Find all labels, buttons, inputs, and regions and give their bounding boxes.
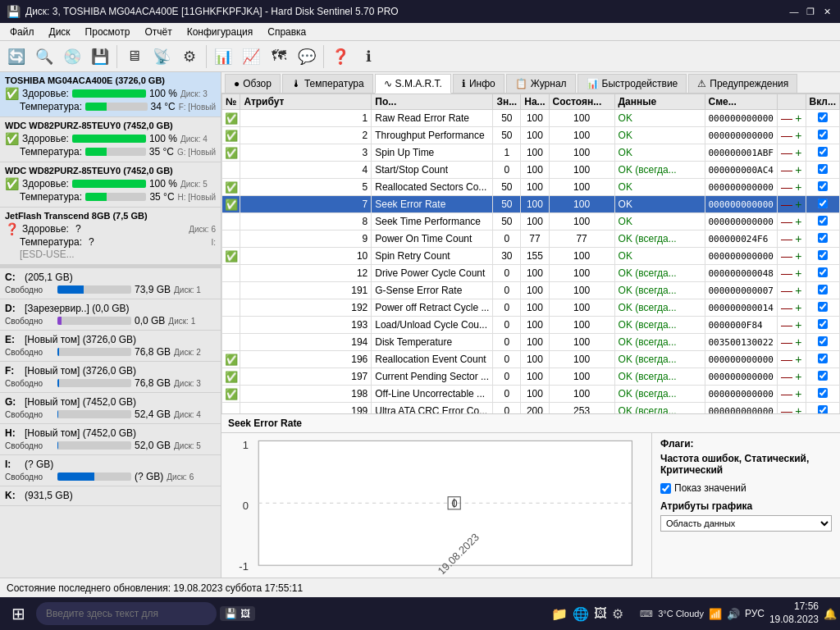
smart-table-row[interactable]: ● 191 G-Sense Error Rate 0 100 100 OK (в…	[222, 282, 840, 299]
plus-icon[interactable]: +	[795, 215, 801, 228]
plus-icon[interactable]: +	[795, 232, 801, 245]
row-checkbox[interactable]	[818, 319, 828, 329]
taskbar-clock[interactable]: 17:56 19.08.2023	[769, 600, 819, 626]
smart-table-row[interactable]: ● 12 Drive Power Cycle Count 0 100 100 O…	[222, 265, 840, 282]
taskbar-search[interactable]	[36, 602, 217, 625]
toolbar-disk[interactable]: 💿	[59, 43, 85, 70]
minus-icon[interactable]: —	[781, 336, 792, 349]
toolbar-btn2[interactable]: 📡	[148, 43, 175, 70]
menu-config[interactable]: Конфигурация	[180, 25, 260, 39]
menu-file[interactable]: Файл	[3, 25, 41, 39]
plus-icon[interactable]: +	[795, 370, 801, 383]
minus-icon[interactable]: —	[781, 353, 792, 366]
row-checkbox[interactable]	[818, 405, 828, 414]
tab-journal[interactable]: 📋 Журнал	[506, 74, 576, 93]
plus-icon[interactable]: +	[795, 249, 801, 262]
row-checkbox[interactable]	[818, 250, 828, 260]
smart-table-container[interactable]: № Атрибут По... Зн... На... Состоян... Д…	[221, 94, 840, 413]
toolbar-refresh[interactable]: 🔄	[3, 43, 30, 70]
plus-icon[interactable]: +	[795, 404, 801, 413]
row-checkbox[interactable]	[818, 354, 828, 363]
plus-icon[interactable]: +	[795, 284, 801, 297]
row-checkbox[interactable]	[818, 199, 828, 208]
minus-icon[interactable]: —	[781, 387, 792, 400]
smart-table-row[interactable]: ● 193 Load/Unload Cycle Cou... 0 100 100…	[222, 317, 840, 334]
toolbar-btn4[interactable]: 📊	[210, 43, 236, 70]
smart-table-row[interactable]: ● 194 Disk Temperature 0 100 100 OK (все…	[222, 334, 840, 351]
plus-icon[interactable]: +	[795, 129, 801, 142]
start-button[interactable]: ⊞	[3, 599, 33, 628]
plus-icon[interactable]: +	[795, 387, 801, 400]
smart-table-row[interactable]: ✅ 1 Raw Read Error Rate 50 100 100 OK 00…	[222, 110, 840, 127]
toolbar-btn7[interactable]: 💬	[294, 43, 320, 70]
toolbar-btn5[interactable]: 📈	[238, 43, 264, 70]
menu-help[interactable]: Справка	[261, 25, 313, 39]
plus-icon[interactable]: +	[795, 112, 801, 125]
minus-icon[interactable]: —	[781, 267, 792, 280]
smart-table-row[interactable]: ● 199 Ultra ATA CRC Error Co... 0 200 25…	[222, 403, 840, 414]
minus-icon[interactable]: —	[781, 198, 792, 211]
minus-icon[interactable]: —	[781, 404, 792, 413]
row-checkbox[interactable]	[818, 336, 828, 346]
plus-icon[interactable]: +	[795, 180, 801, 194]
smart-table-row[interactable]: ● 4 Start/Stop Count 0 100 100 OK (всегд…	[222, 162, 840, 179]
smart-table-row[interactable]: ✅ 7 Seek Error Rate 50 100 100 OK 000000…	[222, 196, 840, 213]
plus-icon[interactable]: +	[795, 146, 801, 159]
row-checkbox[interactable]	[818, 267, 828, 277]
volume-k[interactable]: K: (931,5 GB)	[0, 486, 221, 506]
taskbar-browser-icon[interactable]: 🌐	[573, 606, 589, 622]
tab-temp[interactable]: 🌡 Температура	[282, 74, 373, 93]
close-button[interactable]: ✕	[820, 5, 833, 18]
tab-perf[interactable]: 📊 Быстродействие	[578, 74, 687, 93]
toolbar-btn3[interactable]: ⚙	[176, 43, 203, 70]
drive-item-wdc2[interactable]: WDC WD82PURZ-85TEUY0 (7452,0 GB) ✅ Здоро…	[0, 162, 221, 208]
row-checkbox[interactable]	[818, 130, 828, 139]
plus-icon[interactable]: +	[795, 318, 801, 331]
smart-table-row[interactable]: ✅ 3 Spin Up Time 1 100 100 OK 000000001A…	[222, 144, 840, 162]
minimize-button[interactable]: —	[788, 5, 801, 18]
drive-item-wdc1[interactable]: WDC WD82PURZ-85TEUY0 (7452,0 GB) ✅ Здоро…	[0, 117, 221, 162]
row-checkbox[interactable]	[818, 233, 828, 243]
toolbar-btn6[interactable]: 🗺	[266, 43, 292, 70]
smart-table-row[interactable]: ✅ 5 Reallocated Sectors Co... 50 100 100…	[222, 179, 840, 196]
row-checkbox[interactable]	[818, 285, 828, 294]
plus-icon[interactable]: +	[795, 198, 801, 211]
drive-item-toshiba[interactable]: TOSHIBA MG04ACA400E (3726,0 GB) ✅ Здоров…	[0, 72, 221, 117]
minus-icon[interactable]: —	[781, 301, 792, 314]
tab-warnings[interactable]: ⚠ Предупреждения	[688, 74, 797, 93]
taskbar-app-hdd[interactable]: 💾 🖼	[220, 606, 255, 621]
row-checkbox[interactable]	[818, 164, 828, 174]
tab-smart[interactable]: ∿ S.M.A.R.T.	[375, 74, 451, 94]
minus-icon[interactable]: —	[781, 112, 792, 125]
smart-table-row[interactable]: ● 8 Seek Time Performance 50 100 100 OK …	[222, 213, 840, 231]
row-checkbox[interactable]	[818, 147, 828, 157]
volume-c[interactable]: C: (205,1 GB) Свободно 73,9 GB Диск: 1	[0, 268, 221, 299]
taskbar-settings-icon[interactable]: ⚙	[612, 606, 623, 622]
minus-icon[interactable]: —	[781, 129, 792, 142]
toolbar-save[interactable]: 💾	[87, 43, 113, 70]
row-checkbox[interactable]	[818, 388, 828, 398]
smart-table-row[interactable]: ✅ 197 Current Pending Sector ... 0 100 1…	[222, 368, 840, 386]
toolbar-help[interactable]: ❓	[327, 43, 354, 70]
smart-table-row[interactable]: ✅ 2 Throughput Performance 50 100 100 OK…	[222, 127, 840, 144]
menu-disk[interactable]: Диск	[43, 25, 77, 39]
drive-item-jetflash[interactable]: JetFlash Transcend 8GB (7,5 GB) ❓ Здоров…	[0, 208, 221, 265]
maximize-button[interactable]: ❐	[804, 5, 817, 18]
minus-icon[interactable]: —	[781, 232, 792, 245]
attr-graph-select[interactable]: Область данных	[660, 515, 832, 532]
tab-info[interactable]: ℹ Инфо	[453, 74, 504, 93]
plus-icon[interactable]: +	[795, 163, 801, 176]
taskbar-explorer-icon[interactable]: 📁	[551, 606, 568, 622]
show-values-checkbox[interactable]	[660, 483, 671, 494]
row-checkbox[interactable]	[818, 371, 828, 381]
volume-h[interactable]: H: [Новый том] (7452,0 GB) Свободно 52,0…	[0, 424, 221, 455]
row-checkbox[interactable]	[818, 302, 828, 312]
smart-table-row[interactable]: ✅ 196 Reallocation Event Count 0 100 100…	[222, 351, 840, 368]
row-checkbox[interactable]	[818, 112, 828, 122]
volume-g[interactable]: G: [Новый том] (7452,0 GB) Свободно 52,4…	[0, 393, 221, 424]
row-checkbox[interactable]	[818, 216, 828, 226]
menu-view[interactable]: Просмотр	[79, 25, 137, 39]
minus-icon[interactable]: —	[781, 146, 792, 159]
minus-icon[interactable]: —	[781, 284, 792, 297]
taskbar-img-icon[interactable]: 🖼	[594, 606, 607, 621]
